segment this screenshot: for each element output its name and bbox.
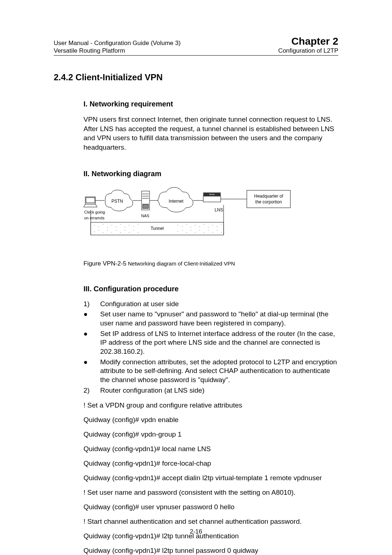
svg-point-32 (186, 224, 187, 225)
list-item: ●Set IP address of LNS to Internet inter… (83, 329, 338, 356)
svg-point-62 (221, 232, 222, 233)
header-manual-title: User Manual - Configuration Guide (Volum… (54, 39, 181, 47)
svg-point-30 (177, 225, 178, 226)
list-item: ●Set user name to "vpnuser" and password… (83, 310, 338, 328)
label-tunnel: Tunnel (151, 226, 164, 231)
label-hq2: the corportion (255, 199, 282, 204)
svg-point-46 (116, 230, 117, 231)
label-nas: NAS (141, 214, 150, 218)
svg-rect-12 (203, 196, 221, 202)
page: User Manual - Configuration Guide (Volum… (0, 0, 392, 555)
list-item: 2)Router configuration (at LNS side) (83, 386, 338, 395)
list-marker: ● (83, 310, 100, 328)
list-marker: 2) (83, 386, 100, 395)
header-subtitle: Configuration of L2TP (278, 47, 338, 54)
svg-point-56 (195, 232, 196, 233)
svg-point-38 (212, 225, 213, 226)
list-text: Set IP address of LNS to Internet interf… (100, 329, 338, 356)
network-diagram: PSTN Internet Router LNS (83, 186, 338, 267)
label-clerk1: Cleck going (84, 210, 105, 214)
svg-rect-8 (143, 204, 148, 208)
command-line: Quidway (config-vpdn1)# l2tp tunnel pass… (83, 547, 338, 555)
svg-point-45 (111, 232, 112, 233)
svg-point-22 (107, 227, 108, 228)
list-text: Router configuration (at LNS side) (100, 386, 338, 395)
subheading-config: III. Configuration procedure (83, 285, 338, 293)
list-marker: ● (83, 358, 100, 385)
label-hq1: Headquarter of (254, 194, 283, 199)
svg-point-60 (212, 232, 213, 233)
list-marker: ● (83, 329, 100, 356)
svg-point-27 (129, 225, 130, 226)
figure-caption-text: Networking diagram of Client-Initialized… (126, 260, 235, 267)
svg-point-51 (138, 232, 138, 233)
svg-point-61 (217, 230, 217, 231)
svg-point-58 (204, 232, 204, 233)
svg-point-28 (133, 226, 134, 227)
svg-point-43 (103, 232, 103, 233)
list-item: 1)Configuration at user side (83, 300, 338, 309)
command-line: Quidway (config)# user vpnuser password … (83, 503, 338, 511)
header-right: Chapter 2 Configuration of L2TP (278, 36, 338, 54)
svg-point-24 (116, 226, 117, 227)
command-line: Quidway (config)# vpdn-group 1 (83, 430, 338, 438)
svg-point-47 (120, 232, 121, 233)
svg-point-34 (195, 225, 196, 226)
svg-point-53 (182, 230, 183, 231)
svg-point-37 (208, 227, 209, 228)
list-marker: 1) (83, 300, 100, 309)
svg-point-42 (98, 230, 99, 231)
svg-point-44 (107, 230, 108, 231)
svg-rect-1 (86, 198, 95, 203)
config-list: 1)Configuration at user side ●Set user n… (83, 300, 338, 395)
label-internet: Internet (169, 199, 184, 204)
svg-point-40 (221, 224, 222, 225)
header-platform: Versatile Routing Platform (54, 47, 181, 54)
header-left: User Manual - Configuration Guide (Volum… (54, 39, 181, 55)
label-pstn: PSTN (111, 199, 123, 204)
label-clerk2: on erramds (84, 216, 105, 220)
svg-point-49 (129, 232, 130, 233)
svg-point-29 (138, 224, 138, 225)
list-text: Set user name to "vpnuser" and password … (100, 310, 338, 328)
svg-point-36 (204, 224, 204, 225)
svg-point-55 (191, 230, 191, 231)
command-line: ! Set a VPDN group and configure relativ… (83, 401, 338, 409)
svg-point-39 (217, 226, 217, 227)
svg-point-50 (133, 230, 134, 231)
header-chapter: Chapter 2 (278, 36, 338, 47)
svg-point-35 (199, 226, 200, 227)
svg-point-54 (186, 232, 187, 233)
paragraph-requirement: VPN users first connect Internet, then o… (83, 115, 338, 152)
label-lns: LNS (215, 207, 223, 212)
svg-point-33 (191, 227, 191, 228)
command-line: ! Start channel authentication and set c… (83, 518, 338, 526)
figure-caption: Figure VPN-2-5 Networking diagram of Cli… (83, 260, 338, 267)
svg-point-59 (208, 230, 209, 231)
svg-point-23 (111, 225, 112, 226)
svg-point-48 (124, 230, 125, 231)
page-number: 2-16 (0, 528, 392, 535)
svg-point-52 (177, 231, 178, 232)
svg-point-26 (124, 227, 125, 228)
list-item: ●Modify connection attributes, set the a… (83, 358, 338, 385)
subheading-requirement: I. Networking requirement (83, 100, 338, 108)
diagram-svg: PSTN Internet Router LNS (83, 186, 294, 251)
section-heading: 2.4.2 Client-Initialized VPN (54, 72, 338, 82)
command-line: Quidway (config-vpdn1)# force-local-chap (83, 459, 338, 467)
svg-text:Router: Router (209, 193, 215, 195)
list-text: Modify connection attributes, set the ad… (100, 358, 338, 385)
svg-point-57 (199, 230, 200, 231)
svg-point-31 (182, 226, 183, 227)
svg-point-25 (120, 224, 121, 225)
svg-rect-15 (247, 190, 290, 208)
svg-point-41 (94, 231, 95, 232)
command-line: Quidway (config-vpdn1)# accept dialin l2… (83, 474, 338, 482)
page-header: User Manual - Configuration Guide (Volum… (54, 36, 338, 56)
command-line: Quidway (config-vpdn1)# local name LNS (83, 445, 338, 453)
svg-point-20 (98, 226, 99, 227)
figure-number: Figure VPN-2-5 (83, 260, 126, 267)
content-block: I. Networking requirement VPN users firs… (83, 100, 338, 555)
list-text: Configuration at user side (100, 300, 338, 309)
svg-point-19 (94, 225, 95, 226)
